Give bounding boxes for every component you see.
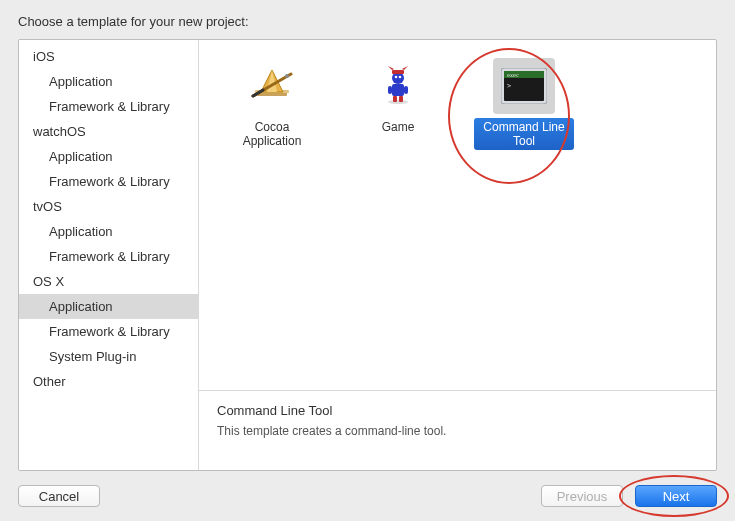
svg-text:>: > bbox=[507, 82, 511, 90]
cancel-button-label: Cancel bbox=[39, 489, 79, 504]
template-label: Cocoa Application bbox=[222, 118, 322, 150]
sidebar-label: Framework & Library bbox=[49, 99, 170, 114]
svg-point-11 bbox=[399, 76, 402, 79]
svg-rect-8 bbox=[392, 84, 404, 96]
svg-point-7 bbox=[388, 100, 408, 104]
previous-button: Previous bbox=[541, 485, 623, 507]
sidebar-label: tvOS bbox=[33, 199, 62, 214]
svg-rect-14 bbox=[393, 96, 397, 102]
dialog-title: Choose a template for your new project: bbox=[18, 14, 717, 29]
sidebar-group[interactable]: Other bbox=[19, 369, 198, 394]
template-label: Command Line Tool bbox=[474, 118, 574, 150]
sidebar-label: Framework & Library bbox=[49, 174, 170, 189]
sidebar-item[interactable]: Framework & Library bbox=[19, 244, 198, 269]
sidebar-label: watchOS bbox=[33, 124, 86, 139]
cancel-button[interactable]: Cancel bbox=[18, 485, 100, 507]
sidebar-item[interactable]: Application bbox=[19, 144, 198, 169]
game-icon bbox=[378, 66, 418, 106]
sidebar-group[interactable]: watchOS bbox=[19, 119, 198, 144]
sidebar-item[interactable]: Framework & Library bbox=[19, 169, 198, 194]
template-iconbox bbox=[241, 58, 303, 114]
sidebar-item[interactable]: Framework & Library bbox=[19, 319, 198, 344]
svg-marker-17 bbox=[388, 66, 394, 70]
template-item[interactable]: Game bbox=[343, 54, 453, 140]
svg-text:exec: exec bbox=[507, 72, 519, 78]
svg-rect-13 bbox=[404, 86, 408, 94]
svg-point-6 bbox=[285, 74, 289, 78]
template-iconbox: exec > bbox=[493, 58, 555, 114]
next-button[interactable]: Next bbox=[635, 485, 717, 507]
main-panel: iOSApplicationFramework & LibrarywatchOS… bbox=[18, 39, 717, 471]
sidebar-label: Application bbox=[49, 74, 113, 89]
template-label: Game bbox=[378, 118, 419, 136]
sidebar-label: Framework & Library bbox=[49, 249, 170, 264]
sidebar-label: OS X bbox=[33, 274, 64, 289]
svg-marker-18 bbox=[402, 66, 408, 70]
svg-point-10 bbox=[395, 76, 398, 79]
sidebar-item[interactable]: Framework & Library bbox=[19, 94, 198, 119]
previous-button-label: Previous bbox=[557, 489, 608, 504]
category-sidebar: iOSApplicationFramework & LibrarywatchOS… bbox=[19, 40, 199, 470]
dialog-footer: Cancel Previous Next bbox=[18, 485, 717, 507]
sidebar-label: Application bbox=[49, 149, 113, 164]
sidebar-label: Application bbox=[49, 224, 113, 239]
sidebar-label: Other bbox=[33, 374, 66, 389]
description-body: This template creates a command-line too… bbox=[217, 424, 698, 438]
svg-rect-12 bbox=[388, 86, 392, 94]
template-iconbox bbox=[367, 58, 429, 114]
sidebar-label: Application bbox=[49, 299, 113, 314]
sidebar-group[interactable]: tvOS bbox=[19, 194, 198, 219]
sidebar-label: Framework & Library bbox=[49, 324, 170, 339]
cocoa-app-icon bbox=[249, 66, 295, 106]
next-button-label: Next bbox=[663, 489, 690, 504]
sidebar-group[interactable]: iOS bbox=[19, 44, 198, 69]
svg-rect-16 bbox=[392, 70, 404, 74]
template-description: Command Line Tool This template creates … bbox=[199, 390, 716, 470]
sidebar-label: System Plug-in bbox=[49, 349, 136, 364]
footer-right: Previous Next bbox=[541, 485, 717, 507]
template-grid: Cocoa Application Game exec > Command Li… bbox=[199, 40, 716, 390]
description-title: Command Line Tool bbox=[217, 403, 698, 418]
sidebar-item[interactable]: Application bbox=[19, 69, 198, 94]
sidebar-item[interactable]: Application bbox=[19, 219, 198, 244]
sidebar-label: iOS bbox=[33, 49, 55, 64]
template-item[interactable]: exec > Command Line Tool bbox=[469, 54, 579, 154]
sidebar-group[interactable]: OS X bbox=[19, 269, 198, 294]
template-item[interactable]: Cocoa Application bbox=[217, 54, 327, 154]
new-project-dialog: Choose a template for your new project: … bbox=[0, 0, 735, 521]
right-pane: Cocoa Application Game exec > Command Li… bbox=[199, 40, 716, 470]
terminal-icon: exec > bbox=[501, 68, 547, 104]
sidebar-item[interactable]: System Plug-in bbox=[19, 344, 198, 369]
sidebar-item[interactable]: Application bbox=[19, 294, 198, 319]
svg-rect-15 bbox=[399, 96, 403, 102]
